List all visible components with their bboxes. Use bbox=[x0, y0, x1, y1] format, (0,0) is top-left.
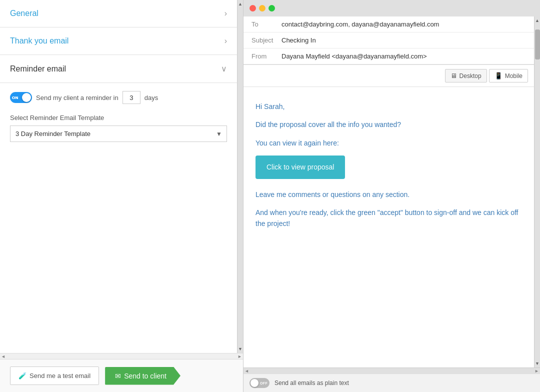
desktop-view-button[interactable]: 🖥 Desktop bbox=[445, 69, 487, 82]
scroll-up-arrow[interactable]: ▲ bbox=[236, 0, 243, 8]
email-line4: And when you're ready, click the green "… bbox=[256, 207, 522, 230]
subject-label: Subject bbox=[252, 36, 282, 44]
email-line2: You can view it again here: bbox=[256, 138, 522, 148]
send-client-label: Send to client bbox=[124, 372, 166, 380]
from-label: From bbox=[252, 52, 282, 60]
right-bottom-bar: Send all emails as plain text bbox=[244, 374, 540, 392]
email-header: To contact@daybring.com, dayana@dayanama… bbox=[244, 16, 534, 65]
h-scroll-left-arrow[interactable]: ◄ bbox=[244, 368, 249, 374]
scroll-up-icon[interactable]: ▲ bbox=[535, 16, 540, 24]
scroll-track bbox=[534, 24, 540, 360]
email-to-row: To contact@daybring.com, dayana@dayanama… bbox=[244, 16, 534, 32]
traffic-light-green[interactable] bbox=[268, 5, 275, 12]
mobile-label: Mobile bbox=[505, 72, 522, 80]
email-viewer: To contact@daybring.com, dayana@dayanama… bbox=[244, 16, 534, 368]
sidebar-item-thankyou[interactable]: Thank you email › bbox=[0, 28, 237, 55]
chevron-right-icon: › bbox=[224, 9, 227, 18]
email-view-toolbar: 🖥 Desktop 📱 Mobile bbox=[244, 65, 534, 87]
subject-value: Checking In bbox=[282, 36, 316, 44]
right-panel: To contact@daybring.com, dayana@dayanama… bbox=[244, 0, 540, 392]
test-email-button[interactable]: 🧪 Send me a test email bbox=[10, 366, 99, 385]
mobile-view-button[interactable]: 📱 Mobile bbox=[489, 69, 528, 82]
sidebar-item-reminder[interactable]: Reminder email ∨ bbox=[0, 55, 237, 83]
desktop-label: Desktop bbox=[460, 72, 482, 80]
h-scroll-right-arrow[interactable]: ► bbox=[534, 368, 539, 374]
email-line3: Leave me comments or questions on any se… bbox=[256, 189, 522, 200]
template-select[interactable]: 3 Day Reminder Template 1 Day Reminder T… bbox=[10, 126, 227, 142]
reminder-text: Send my client a reminder in bbox=[36, 94, 118, 102]
sidebar-item-reminder-label: Reminder email bbox=[10, 64, 66, 74]
test-email-label: Send me a test email bbox=[30, 372, 90, 380]
days-input[interactable] bbox=[122, 91, 140, 104]
test-email-icon: 🧪 bbox=[18, 372, 26, 380]
chevron-down-icon: ∨ bbox=[221, 64, 227, 74]
send-icon: ✉ bbox=[115, 372, 121, 380]
left-h-scrollbar[interactable]: ◄ ► bbox=[0, 353, 243, 359]
days-label: days bbox=[144, 94, 158, 102]
right-h-scrollbar[interactable]: ◄ ► bbox=[244, 368, 540, 374]
send-client-button[interactable]: ✉ Send to client bbox=[105, 367, 180, 385]
traffic-light-red[interactable] bbox=[250, 5, 256, 12]
email-line1: Did the proposal cover all the info you … bbox=[256, 119, 522, 130]
to-value: contact@daybring.com, dayana@dayanamayfi… bbox=[282, 20, 439, 28]
scroll-right-arrow[interactable]: ► bbox=[238, 354, 242, 359]
email-viewer-outer: To contact@daybring.com, dayana@dayanama… bbox=[244, 16, 540, 368]
view-proposal-button[interactable]: Click to view proposal bbox=[256, 156, 345, 178]
scroll-down-icon[interactable]: ▼ bbox=[535, 360, 540, 368]
plain-text-toggle[interactable] bbox=[250, 378, 270, 388]
window-chrome bbox=[244, 0, 540, 16]
email-subject-row: Subject Checking In bbox=[244, 32, 534, 48]
sidebar-item-general[interactable]: General › bbox=[0, 0, 237, 28]
left-scrollbar[interactable]: ▲ ▼ bbox=[237, 0, 243, 353]
template-select-wrapper: 3 Day Reminder Template 1 Day Reminder T… bbox=[10, 126, 227, 142]
right-scrollbar[interactable]: ▲ ▼ bbox=[534, 16, 540, 368]
sidebar-item-general-label: General bbox=[10, 9, 38, 18]
toggle-knob bbox=[22, 93, 31, 102]
email-from-row: From Dayana Mayfield <dayana@dayanamayfi… bbox=[244, 48, 534, 64]
sidebar-item-thankyou-label: Thank you email bbox=[10, 36, 68, 46]
scroll-thumb[interactable] bbox=[535, 30, 540, 60]
plain-text-label: Send all emails as plain text bbox=[274, 380, 349, 386]
toggle-on-label: ON bbox=[12, 96, 18, 100]
scroll-left-arrow[interactable]: ◄ bbox=[1, 354, 6, 359]
toggle-off-knob bbox=[250, 379, 258, 387]
from-value: Dayana Mayfield <dayana@dayanamayfield.c… bbox=[282, 52, 427, 60]
traffic-light-yellow[interactable] bbox=[259, 5, 266, 12]
chevron-right-icon: › bbox=[224, 36, 227, 46]
desktop-icon: 🖥 bbox=[450, 72, 457, 80]
mobile-icon: 📱 bbox=[494, 72, 502, 80]
email-body: Hi Sarah, Did the proposal cover all the… bbox=[244, 87, 534, 368]
reminder-toggle[interactable]: ON bbox=[10, 92, 32, 103]
template-section-label: Select Reminder Email Template bbox=[10, 114, 227, 122]
scroll-down-arrow[interactable]: ▼ bbox=[236, 345, 243, 353]
reminder-section: ON Send my client a reminder in days Sel… bbox=[0, 83, 237, 150]
bottom-bar: 🧪 Send me a test email ✉ Send to client bbox=[0, 359, 243, 392]
left-panel: General › Thank you email › Reminder ema… bbox=[0, 0, 244, 392]
to-label: To bbox=[252, 20, 282, 28]
email-greeting: Hi Sarah, bbox=[256, 101, 522, 112]
scroll-track bbox=[238, 8, 243, 345]
